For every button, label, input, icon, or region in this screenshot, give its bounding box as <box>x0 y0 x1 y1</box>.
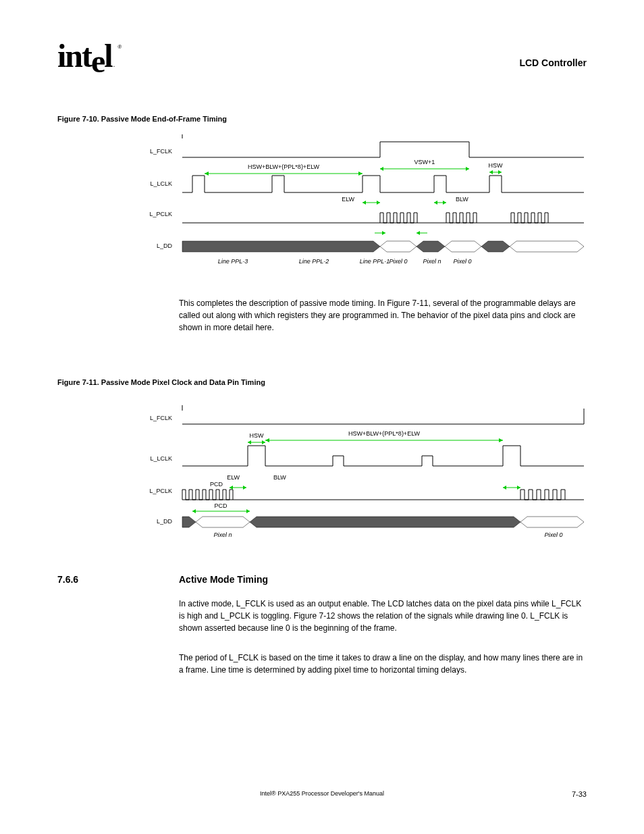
lbl11-meas: HSW+BLW+(PPL*8)+ELW <box>348 430 420 437</box>
logo-text: intel. <box>57 38 113 74</box>
lbl11-hsw: HSW <box>250 432 265 439</box>
svg-marker-23 <box>417 241 445 252</box>
svg-marker-5 <box>380 167 383 171</box>
body-para-1: This completes the description of passiv… <box>179 297 587 334</box>
svg-marker-15 <box>443 201 446 205</box>
svg-marker-41 <box>503 486 506 490</box>
sig11-lpclk: L_PCLK <box>149 488 172 494</box>
svg-marker-12 <box>377 201 380 205</box>
lbl11-pix0: Pixel 0 <box>544 531 562 538</box>
lbl-lineppl3: Line PPL-3 <box>218 258 248 265</box>
section-number: 7.6.6 <box>57 574 78 585</box>
svg-marker-34 <box>265 438 269 442</box>
svg-marker-45 <box>250 517 520 527</box>
svg-marker-44 <box>196 517 250 527</box>
svg-marker-35 <box>499 438 503 442</box>
svg-marker-14 <box>434 201 437 205</box>
footer-page-number: 7-33 <box>572 790 587 798</box>
lbl11-pcd2: PCD <box>214 502 227 509</box>
lbl-pix0a: Pixel 0 <box>389 258 407 265</box>
bus-ldd <box>182 241 584 252</box>
svg-marker-42 <box>517 486 520 490</box>
lbl-lineperiod: HSW+BLW+(PPL*8)+ELW <box>248 163 319 170</box>
lbl11-elw: ELW <box>227 474 240 481</box>
intel-logo: intel. ® <box>57 37 113 74</box>
bus11-ldd <box>182 517 584 527</box>
sig11-ldd: L_DD <box>157 518 173 525</box>
page-title: LCD Controller <box>519 57 587 68</box>
svg-marker-49 <box>246 509 250 513</box>
svg-marker-11 <box>363 201 366 205</box>
svg-marker-6 <box>466 167 469 171</box>
section-body-1: In active mode, L_FCLK is used as an out… <box>179 598 587 634</box>
lbl-vsw: VSW+1 <box>414 159 435 165</box>
sig-lclk: L_LCLK <box>150 180 172 187</box>
sig-ldd: L_DD <box>157 242 173 249</box>
svg-marker-22 <box>380 241 417 252</box>
lbl-lineppl1: Line PPL-1 <box>360 258 390 265</box>
svg-marker-3 <box>498 170 502 174</box>
svg-marker-18 <box>382 231 385 235</box>
svg-marker-26 <box>510 241 584 252</box>
footer-center: Intel® PXA255 Processor Developer's Manu… <box>0 790 644 797</box>
svg-marker-48 <box>192 509 196 513</box>
page: intel. ® LCD Controller Figure 7-10. Pas… <box>0 0 644 834</box>
lbl-hsw: HSW <box>489 162 504 169</box>
svg-marker-46 <box>520 517 584 527</box>
lbl-elw1: ELW <box>342 196 354 203</box>
lbl-pix0b: Pixel 0 <box>453 258 471 265</box>
svg-marker-20 <box>417 231 420 235</box>
lbl11-pixn2: Pixel n <box>213 531 232 538</box>
svg-marker-43 <box>182 517 196 527</box>
lbl-pixna: Pixel n <box>423 258 441 265</box>
sig-lfclk: L_FCLK <box>150 148 172 155</box>
figure-10-diagram: L_FCLK L_LCLK L_PCLK L_DD HSW VSW+1 HSW+… <box>57 132 587 280</box>
section-title: Active Mode Timing <box>179 574 268 585</box>
svg-marker-39 <box>230 486 233 490</box>
svg-marker-8 <box>205 172 209 176</box>
sig11-lfclk: L_FCLK <box>150 415 172 421</box>
registered-icon: ® <box>117 44 122 50</box>
svg-marker-32 <box>262 440 265 444</box>
svg-marker-31 <box>248 440 251 444</box>
lbl11-pcd1: PCD <box>210 481 223 488</box>
lbl-lineppl2: Line PPL-2 <box>299 258 329 265</box>
lbl11-blw: BLW <box>273 474 286 481</box>
figure-10-caption: Figure 7-10. Passive Mode End-of-Frame T… <box>57 115 227 123</box>
svg-marker-38 <box>243 486 246 490</box>
svg-marker-25 <box>481 241 510 252</box>
svg-marker-21 <box>182 241 380 252</box>
section-body-2: The period of L_FCLK is based on the tim… <box>179 652 587 676</box>
sig11-lclk: L_LCLK <box>150 455 172 462</box>
svg-marker-24 <box>445 241 481 252</box>
sig-lpclk: L_PCLK <box>149 211 172 217</box>
svg-marker-2 <box>489 170 493 174</box>
lbl-blw1: BLW <box>456 196 468 203</box>
svg-marker-9 <box>358 172 363 176</box>
figure-11-diagram: L_FCLK L_LCLK L_PCLK L_DD HSW HSW+BLW+(P… <box>57 398 587 554</box>
figure-11-caption: Figure 7-11. Passive Mode Pixel Clock an… <box>57 378 265 386</box>
